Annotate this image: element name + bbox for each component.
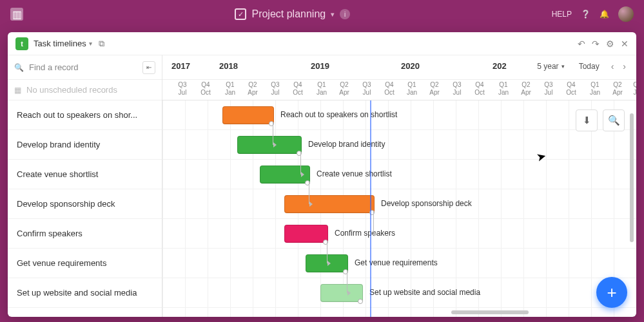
task-bar[interactable] [222, 106, 274, 124]
timeline-controls: 5 year ▾ Today ‹ › [532, 59, 629, 73]
year-label: 2020 [401, 61, 420, 71]
task-bar-label: Confirm speakers [335, 229, 395, 238]
task-bar-label: Create venue shortlist [317, 169, 392, 178]
task-bar[interactable] [284, 195, 375, 213]
prev-button[interactable]: ‹ [609, 60, 617, 73]
dependency-connector [373, 211, 374, 234]
task-label[interactable]: Get venue requirements [8, 249, 162, 278]
timeline-row: Create venue shortlist [162, 160, 636, 189]
quarter-label: Q3Jul [171, 81, 193, 96]
task-bar-label: Get venue requirements [355, 258, 438, 267]
search-input[interactable]: Find a record [29, 62, 79, 72]
task-label[interactable]: Reach out to speakers on shor... [8, 100, 162, 130]
zoom-search-icon[interactable]: 🔍 [603, 109, 625, 131]
today-line [370, 100, 371, 317]
quarter-label: Q3Jul [264, 81, 286, 96]
year-label: 2019 [311, 61, 329, 71]
timeline-pane: 5 year ▾ Today ‹ › 2017201820192020202 Q… [162, 55, 636, 317]
popout-icon[interactable]: ⧉ [99, 39, 104, 49]
chevron-down-icon[interactable]: ▾ [89, 40, 92, 47]
timeline-row: Get venue requirements [162, 249, 636, 278]
task-bar[interactable] [284, 225, 328, 243]
timeline-row: Develop brand identity [162, 130, 636, 160]
download-icon[interactable]: ⬇ [576, 109, 598, 131]
quarter-label: Q1Jan [219, 81, 241, 96]
grid-float-buttons: ⬇ 🔍 [576, 109, 625, 131]
base-title-text: Project planning [251, 8, 326, 20]
view-name[interactable]: Task timelines [34, 39, 86, 48]
quarter-label: Q1Jan [401, 81, 423, 96]
task-bar[interactable] [237, 136, 302, 154]
redo-icon[interactable]: ↷ [592, 39, 600, 49]
add-fab[interactable]: + [596, 277, 627, 308]
search-icon: 🔍 [14, 63, 24, 72]
chevron-down-icon: ▾ [561, 63, 565, 70]
view-header: t Task timelines ▾ ⧉ ↶ ↷ ⚙ ✕ [8, 32, 636, 55]
timeline-grid[interactable]: ⬇ 🔍 Reach out to speakers on shortlistDe… [162, 100, 636, 317]
help-link[interactable]: HELP [552, 10, 572, 19]
quarter-label: Q1Jan [311, 81, 333, 96]
chevron-down-icon: ▾ [331, 10, 335, 19]
quarter-label: Q3Jul [356, 81, 378, 96]
quarter-label: Q4Oct [469, 81, 491, 96]
today-button[interactable]: Today [574, 59, 605, 73]
calendar-icon: ▦ [14, 86, 21, 95]
base-title[interactable]: ✓ Project planning ▾ i [235, 8, 350, 20]
task-sidebar: 🔍 Find a record ⇤ ▦ No unscheduled recor… [8, 55, 162, 317]
task-bar-label: Develop sponsorship deck [381, 199, 472, 208]
check-icon: ✓ [235, 8, 246, 20]
app-logo-icon[interactable]: ▥ [10, 8, 23, 21]
quarter-label: Q4Oct [378, 81, 400, 96]
quarter-label: Q4Oct [195, 81, 217, 96]
unscheduled-label: No unscheduled records [26, 85, 117, 95]
collapse-sidebar-icon[interactable]: ⇤ [142, 61, 155, 74]
year-label: 202 [493, 61, 507, 71]
app-topbar: ▥ ✓ Project planning ▾ i HELP ❔ 🔔 [0, 0, 644, 28]
quarter-label: Q3Jul [446, 81, 468, 96]
unscheduled-row[interactable]: ▦ No unscheduled records [8, 80, 162, 100]
quarter-label: Q3Jul [627, 81, 636, 96]
dependency-connector [327, 241, 327, 263]
timeline-row: Develop sponsorship deck [162, 189, 636, 219]
help-icon[interactable]: ❔ [581, 10, 590, 19]
dependency-handle[interactable] [358, 299, 363, 304]
quarter-label: Q1Jan [584, 81, 606, 96]
timeline-card: t Task timelines ▾ ⧉ ↶ ↷ ⚙ ✕ 🔍 Find a re… [8, 32, 636, 317]
quarter-label: Q1Jan [493, 81, 514, 96]
search-row: 🔍 Find a record ⇤ [8, 55, 162, 80]
task-label[interactable]: Create venue shortlist [8, 160, 162, 189]
next-button[interactable]: › [620, 60, 629, 73]
timeline-app-icon: t [15, 37, 28, 50]
vertical-scrollbar[interactable] [630, 113, 635, 242]
task-bar[interactable] [320, 284, 363, 302]
year-label: 2018 [219, 61, 238, 71]
close-icon[interactable]: ✕ [621, 39, 629, 49]
quarter-label: Q2Apr [424, 81, 445, 96]
dependency-connector [347, 270, 347, 293]
timeline-quarters: Q3JulQ4OctQ1JanQ2AprQ3JulQ4OctQ1JanQ2Apr… [162, 80, 636, 100]
task-label[interactable]: Confirm speakers [8, 219, 162, 249]
task-label[interactable]: Develop sponsorship deck [8, 189, 162, 219]
task-bar-label: Develop brand identity [308, 140, 385, 149]
task-label[interactable]: Set up website and social media [8, 278, 162, 308]
gear-icon[interactable]: ⚙ [606, 39, 614, 49]
quarter-label: Q2Apr [515, 81, 537, 96]
horizontal-scrollbar[interactable] [317, 309, 629, 316]
undo-icon[interactable]: ↶ [578, 39, 585, 49]
task-bar-label: Set up website and social media [369, 288, 480, 297]
quarter-label: Q4Oct [560, 81, 582, 96]
year-label: 2017 [171, 61, 190, 71]
timeline-row: Set up website and social media [162, 278, 636, 308]
info-icon[interactable]: i [340, 9, 350, 19]
timeline-row: Reach out to speakers on shortlist [162, 100, 636, 130]
dependency-connector [309, 182, 309, 204]
avatar[interactable] [618, 6, 634, 22]
quarter-label: Q2Apr [333, 81, 355, 96]
task-bar-label: Reach out to speakers on shortlist [280, 110, 397, 119]
bell-icon[interactable]: 🔔 [600, 10, 609, 19]
range-selector[interactable]: 5 year ▾ [532, 59, 569, 73]
task-label[interactable]: Develop brand identity [8, 130, 162, 160]
dependency-connector [300, 152, 301, 175]
quarter-label: Q3Jul [538, 81, 560, 96]
quarter-label: Q2Apr [607, 81, 629, 96]
